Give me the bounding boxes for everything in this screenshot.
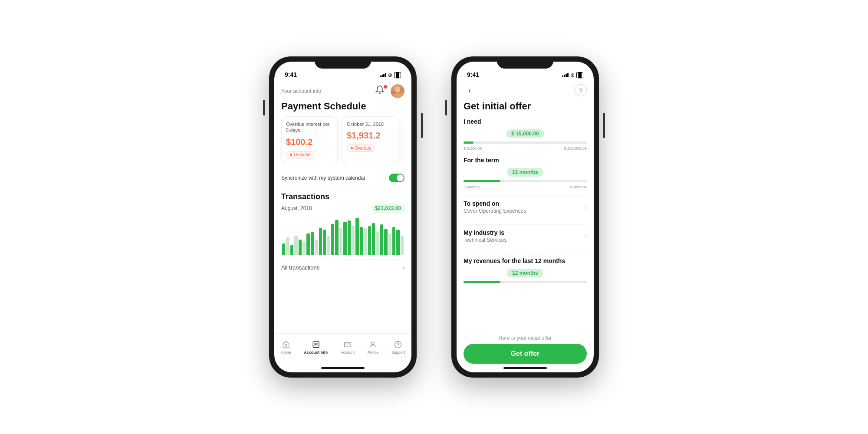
payment-card-1: Overdue interest per 5 days $100.2 Overd…	[281, 116, 338, 163]
payment-card-3: Sept 31, $1 Up...	[403, 116, 404, 163]
my-industry-row[interactable]: My industry is Technical Services ›	[464, 224, 587, 247]
bar-7	[306, 233, 309, 255]
transactions-title: Transactions	[281, 192, 329, 201]
avatar[interactable]	[391, 84, 404, 98]
nav-item-account[interactable]: Account	[341, 340, 355, 355]
svg-point-1	[393, 93, 402, 98]
bar-21	[364, 228, 367, 255]
bar-2	[286, 237, 289, 255]
i-need-slider-fill	[464, 141, 473, 144]
my-revenues-section: My revenues for the last 12 months 12 mo…	[464, 253, 587, 286]
sync-toggle[interactable]	[389, 174, 404, 182]
i-need-slider-track[interactable]	[464, 141, 587, 144]
account-header: Your account info	[281, 84, 404, 98]
bar-chart	[281, 216, 404, 255]
bar-25	[380, 224, 383, 255]
term-slider-fill	[464, 180, 500, 182]
i-need-section: I need $ 15,000.00 $ 5,000.00 $ 250,000.…	[464, 118, 587, 151]
status-dot-2	[351, 147, 353, 149]
bar-17	[348, 220, 351, 255]
sync-label: Syncronize with my system calendar	[281, 175, 365, 181]
signal-bars-left	[380, 73, 386, 77]
status-badge-1: Overdue	[286, 151, 314, 158]
status-icons-left: ⊛ █	[380, 72, 401, 78]
nav-label-account-info: Account Info	[304, 350, 328, 355]
nav-item-profile[interactable]: Profile	[368, 340, 379, 355]
svg-point-8	[372, 342, 374, 345]
bar-6	[302, 241, 306, 255]
signal-bar-r4	[567, 73, 569, 77]
bottom-nav: Home Account Info	[274, 333, 411, 364]
my-industry-arrow: ›	[585, 232, 587, 240]
all-transactions-row[interactable]: All transactions ›	[281, 260, 404, 276]
initial-offer-text: Here is your initial offer	[464, 335, 587, 341]
bar-3	[290, 245, 293, 255]
revenues-slider-track[interactable]	[464, 281, 587, 283]
toggle-knob	[397, 174, 404, 181]
back-button[interactable]: ‹	[464, 84, 476, 96]
i-need-label: I need	[464, 118, 587, 125]
bar-27	[388, 233, 391, 255]
signal-bar-r1	[562, 76, 563, 77]
offer-form: I need $ 15,000.00 $ 5,000.00 $ 250,000.…	[464, 118, 587, 364]
nav-label-home: Home	[281, 350, 291, 355]
get-offer-button[interactable]: Get offer	[464, 344, 587, 364]
help-button[interactable]: ?	[575, 84, 587, 96]
card-label-1: Overdue interest per 5 days	[286, 121, 333, 134]
card-amount-2: $1,931.2	[347, 131, 394, 141]
nav-item-support[interactable]: Support	[391, 340, 405, 355]
bar-20	[360, 227, 363, 255]
signal-bar-4	[385, 73, 386, 77]
card-label-2: October 31, 2018	[347, 121, 394, 127]
initial-offer-section: Here is your initial offer Get offer	[464, 330, 587, 364]
notch	[315, 56, 371, 69]
bar-9	[315, 240, 318, 255]
term-slider-track[interactable]	[464, 180, 587, 182]
signal-bar-r3	[566, 74, 567, 77]
i-need-min: $ 5,000.00	[464, 146, 482, 151]
nav-item-account-info[interactable]: Account Info	[304, 340, 328, 355]
transactions-date: August, 2018	[281, 205, 312, 211]
signal-bar-1	[380, 76, 381, 77]
status-icons-right: ⊛ █	[562, 72, 583, 78]
status-time-left: 9:41	[285, 71, 297, 78]
battery-icon-right: █	[576, 72, 583, 78]
notch-right	[497, 56, 553, 69]
all-transactions-label: All transactions	[281, 264, 319, 271]
i-need-max: $ 250,000.00	[564, 146, 587, 151]
bar-23	[372, 223, 375, 255]
nav-item-home[interactable]: Home	[281, 340, 291, 355]
transactions-amount: $21,022.00	[372, 204, 404, 213]
nav-label-support: Support	[391, 350, 405, 355]
signal-bar-3	[383, 74, 385, 77]
for-the-term-value: 12 months	[507, 168, 543, 177]
bar-5	[299, 240, 302, 255]
bell-icon[interactable]	[375, 85, 387, 97]
for-the-term-section: For the term 12 months 3 months 36 month…	[464, 157, 587, 189]
status-dot-1	[290, 154, 292, 156]
bar-16	[343, 222, 346, 255]
calendar-sync[interactable]: Syncronize with my system calendar	[281, 169, 404, 187]
bar-19	[355, 218, 358, 255]
payment-cards: Overdue interest per 5 days $100.2 Overd…	[281, 116, 404, 163]
right-phone: 9:41 ⊛ █ ‹ ? Get initial offer	[451, 56, 599, 378]
to-spend-on-row[interactable]: To spend on Cover Operating Expenses ›	[464, 195, 587, 218]
status-badge-2: Overdue	[347, 145, 375, 152]
my-industry-value: Technical Services	[464, 237, 585, 243]
for-the-term-label: For the term	[464, 157, 587, 164]
bar-24	[376, 232, 379, 255]
to-spend-on-value: Cover Operating Expenses	[464, 208, 585, 214]
payment-card-2: October 31, 2018 $1,931.2 Overdue	[342, 116, 398, 163]
bar-4	[294, 236, 297, 255]
page-title-left: Payment Schedule	[281, 101, 404, 112]
wifi-icon-right: ⊛	[570, 72, 575, 78]
bar-13	[331, 224, 334, 255]
card-amount-1: $100.2	[286, 137, 333, 147]
bar-11	[323, 230, 326, 255]
bar-10	[319, 228, 322, 255]
to-spend-on-arrow: ›	[585, 203, 587, 211]
account-info-icon	[311, 340, 321, 349]
home-indicator-left	[274, 364, 411, 372]
i-need-value: $ 15,000.00	[506, 129, 544, 138]
my-industry-title: My industry is	[464, 229, 585, 236]
